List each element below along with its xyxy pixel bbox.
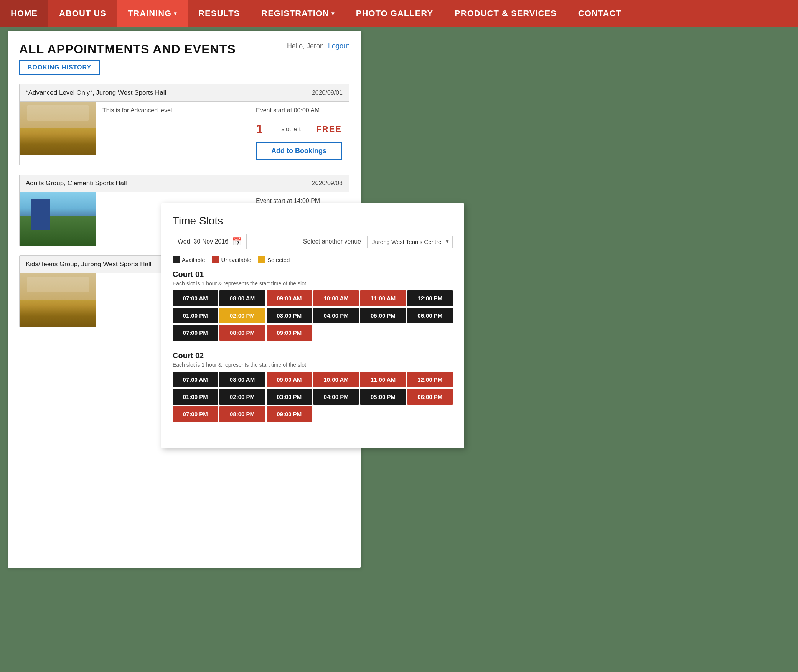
slot-cell-2-15[interactable]: 09:00 PM <box>267 406 312 422</box>
event-title-3: Kids/Teens Group, Jurong West Sports Hal… <box>26 260 152 268</box>
slot-cell-1-4[interactable]: 10:00 AM <box>313 290 359 306</box>
selected-label: Selected <box>267 257 290 263</box>
event-date-2: 2020/09/08 <box>312 180 343 187</box>
slot-price-1: FREE <box>316 124 342 134</box>
nav-about[interactable]: ABOUT US <box>48 0 117 27</box>
venue-label: Select another venue <box>303 238 361 245</box>
slot-cell-2-7[interactable]: 01:00 PM <box>173 389 218 405</box>
slot-cell-1-14[interactable]: 08:00 PM <box>219 325 265 341</box>
court-section-2: Court 02Each slot is 1 hour & represents… <box>173 351 453 422</box>
courts-container: Court 01Each slot is 1 hour & represents… <box>173 270 453 422</box>
event-booking-1: Event start at 00:00 AM 1 slot left FREE… <box>249 102 349 165</box>
slot-cell-1-1[interactable]: 07:00 AM <box>173 290 218 306</box>
court-section-1: Court 01Each slot is 1 hour & represents… <box>173 270 453 341</box>
outdoor-image-2 <box>20 192 96 246</box>
court-title-1: Court 01 <box>173 270 453 279</box>
slot-count-1: 1 <box>256 122 263 136</box>
timeslot-grid-2: 07:00 AM08:00 AM09:00 AM10:00 AM11:00 AM… <box>173 372 453 422</box>
event-image-3 <box>20 273 96 327</box>
slot-cell-2-12[interactable]: 06:00 PM <box>407 389 453 405</box>
nav-training[interactable]: TRAINING ▾ <box>117 0 188 27</box>
sports-hall-image-3 <box>20 273 96 327</box>
training-dropdown-arrow: ▾ <box>174 10 177 16</box>
date-value: Wed, 30 Nov 2016 <box>178 238 228 245</box>
navbar: HOME ABOUT US TRAINING ▾ RESULTS REGISTR… <box>0 0 798 27</box>
slot-cell-2-5[interactable]: 11:00 AM <box>360 372 406 387</box>
event-info-1: This is for Advanced level <box>96 102 249 165</box>
slot-cell-1-6[interactable]: 12:00 PM <box>407 290 453 306</box>
slot-cell-2-8[interactable]: 02:00 PM <box>219 389 265 405</box>
court-desc-2: Each slot is 1 hour & represents the sta… <box>173 362 453 368</box>
event-title-2: Adults Group, Clementi Sports Hall <box>26 180 127 187</box>
slot-cell-2-13[interactable]: 07:00 PM <box>173 406 218 422</box>
slot-cell-1-11[interactable]: 05:00 PM <box>360 308 406 323</box>
slot-cell-1-12[interactable]: 06:00 PM <box>407 308 453 323</box>
user-greeting: Hello, Jeron <box>287 42 324 50</box>
event-row-1: *Advanced Level Only*, Jurong West Sport… <box>19 84 349 165</box>
event-title-1: *Advanced Level Only*, Jurong West Sport… <box>26 89 166 97</box>
user-bar: Hello, Jeron Logout <box>287 42 349 50</box>
slot-cell-2-1[interactable]: 07:00 AM <box>173 372 218 387</box>
venue-select-wrap: Jurong West Tennis Centre <box>367 236 453 248</box>
available-swatch <box>173 256 180 263</box>
slot-cell-1-2[interactable]: 08:00 AM <box>219 290 265 306</box>
nav-photo-gallery[interactable]: PHOTO GALLERY <box>345 0 444 27</box>
sports-hall-image-1 <box>20 102 96 155</box>
booking-history-button[interactable]: BOOKING HISTORY <box>19 60 100 75</box>
timeslot-grid-1: 07:00 AM08:00 AM09:00 AM10:00 AM11:00 AM… <box>173 290 453 341</box>
event-header-2: Adults Group, Clementi Sports Hall 2020/… <box>20 175 349 192</box>
nav-home[interactable]: HOME <box>0 0 48 27</box>
event-image-2 <box>20 192 96 246</box>
available-label: Available <box>182 257 205 263</box>
slot-cell-1-7[interactable]: 01:00 PM <box>173 308 218 323</box>
nav-registration[interactable]: REGISTRATION ▾ <box>251 0 345 27</box>
slot-cell-2-10[interactable]: 04:00 PM <box>313 389 359 405</box>
selected-swatch <box>258 256 265 263</box>
nav-contact[interactable]: CONTACT <box>567 0 632 27</box>
court-desc-1: Each slot is 1 hour & represents the sta… <box>173 280 453 287</box>
event-header-1: *Advanced Level Only*, Jurong West Sport… <box>20 84 349 102</box>
event-start-time-1: Event start at 00:00 AM <box>256 107 342 118</box>
slot-label-1: slot left <box>281 126 301 133</box>
event-date-1: 2020/09/01 <box>312 89 343 96</box>
timeslots-title: Time Slots <box>173 215 453 227</box>
slot-cell-1-5[interactable]: 11:00 AM <box>360 290 406 306</box>
calendar-icon: 📅 <box>232 237 242 246</box>
event-body-1: This is for Advanced level Event start a… <box>20 102 349 165</box>
date-input[interactable]: Wed, 30 Nov 2016 📅 <box>173 234 247 249</box>
logout-link[interactable]: Logout <box>328 42 349 50</box>
legend-available: Available <box>173 256 205 263</box>
slot-cell-2-3[interactable]: 09:00 AM <box>267 372 312 387</box>
court-title-2: Court 02 <box>173 351 453 360</box>
timeslots-card: Time Slots Wed, 30 Nov 2016 📅 Select ano… <box>161 203 464 448</box>
event-image-1 <box>20 102 96 165</box>
registration-dropdown-arrow: ▾ <box>331 10 335 16</box>
slot-cell-1-10[interactable]: 04:00 PM <box>313 308 359 323</box>
slot-cell-1-8[interactable]: 02:00 PM <box>219 308 265 323</box>
slot-cell-1-3[interactable]: 09:00 AM <box>267 290 312 306</box>
unavailable-label: Unavailable <box>221 257 251 263</box>
slot-cell-2-4[interactable]: 10:00 AM <box>313 372 359 387</box>
slot-cell-2-14[interactable]: 08:00 PM <box>219 406 265 422</box>
event-description-1: This is for Advanced level <box>102 107 172 114</box>
legend: Available Unavailable Selected <box>173 256 453 263</box>
slot-cell-2-2[interactable]: 08:00 AM <box>219 372 265 387</box>
venue-select[interactable]: Jurong West Tennis Centre <box>367 236 453 248</box>
timeslots-controls: Wed, 30 Nov 2016 📅 Select another venue … <box>173 234 453 249</box>
slot-cell-2-11[interactable]: 05:00 PM <box>360 389 406 405</box>
unavailable-swatch <box>212 256 219 263</box>
legend-unavailable: Unavailable <box>212 256 251 263</box>
slot-cell-1-9[interactable]: 03:00 PM <box>267 308 312 323</box>
slot-cell-2-6[interactable]: 12:00 PM <box>407 372 453 387</box>
slot-cell-2-9[interactable]: 03:00 PM <box>267 389 312 405</box>
legend-selected: Selected <box>258 256 290 263</box>
nav-product-services[interactable]: PRODUCT & SERVICES <box>444 0 567 27</box>
slot-row-1: 1 slot left FREE <box>256 122 342 136</box>
slot-cell-1-15[interactable]: 09:00 PM <box>267 325 312 341</box>
add-booking-button-1[interactable]: Add to Bookings <box>256 142 342 160</box>
slot-cell-1-13[interactable]: 07:00 PM <box>173 325 218 341</box>
nav-results[interactable]: RESULTS <box>188 0 251 27</box>
